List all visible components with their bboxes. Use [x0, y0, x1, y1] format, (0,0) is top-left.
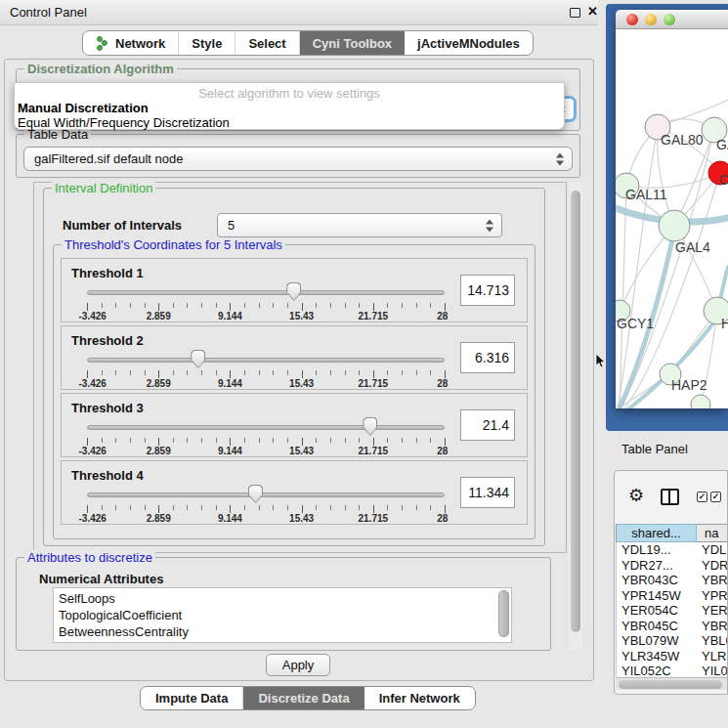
column-header-name[interactable]: na	[697, 524, 727, 542]
table-cell[interactable]: YER054C	[617, 603, 698, 619]
close-traffic-light-icon[interactable]	[626, 14, 638, 25]
list-item[interactable]: SelfLoops	[59, 590, 511, 607]
table-cell[interactable]: YIL052C	[617, 664, 698, 676]
table-row[interactable]: YDR27...YDR2	[617, 558, 727, 574]
threshold-value-field[interactable]: 14.713	[460, 275, 515, 306]
network-window-titlebar[interactable]	[616, 10, 728, 29]
panel-vertical-scrollbar[interactable]	[569, 183, 582, 650]
gear-icon[interactable]: ⚙	[628, 487, 644, 504]
table-row[interactable]: YBR045CYBR0	[617, 619, 727, 634]
table-row[interactable]: YBR043CYBR0	[617, 573, 727, 588]
control-panel-tabs: Network Style Select Cyni Toolbox jActiv…	[82, 30, 534, 56]
tab-infer-network[interactable]: Infer Network	[364, 687, 475, 709]
tab-style[interactable]: Style	[179, 31, 236, 55]
network-view-window: GAL80 GA C GAL11 GAL4 GCY1 H HAP2	[616, 10, 728, 408]
panel-title: Control Panel	[10, 5, 87, 20]
tab-jactivemnodules[interactable]: jActiveMNodules	[405, 31, 533, 55]
threshold-value-field[interactable]: 21.4	[460, 409, 515, 441]
threshold-panel: Threshold 3 -3.4262.8599.14415.4321.7152…	[61, 393, 528, 457]
table-data-combobox[interactable]: galFiltered.sif default node	[23, 147, 573, 171]
table-cell[interactable]: YBR0	[698, 573, 727, 588]
threshold-value-field[interactable]: 6.316	[460, 342, 515, 373]
tick-label: 28	[437, 513, 448, 524]
slider-ticks	[87, 505, 446, 513]
table-cell[interactable]: YBL079W	[617, 633, 698, 649]
tab-network[interactable]: Network	[83, 31, 179, 55]
table-cell[interactable]: YPR145W	[617, 588, 698, 604]
table-row[interactable]: YDL19...YDL1	[617, 542, 727, 558]
threshold-panel: Threshold 2 -3.4262.8599.14415.4321.7152…	[61, 325, 528, 390]
table-row[interactable]: YLR345WYLR3	[617, 649, 727, 664]
split-view-icon[interactable]	[661, 489, 679, 505]
minimize-traffic-light-icon[interactable]	[645, 14, 657, 25]
table-row[interactable]: YER054CYER0	[617, 603, 727, 619]
node	[691, 395, 710, 408]
slider-handle[interactable]	[248, 485, 263, 503]
checkbox-icon[interactable]: ✓	[710, 492, 721, 502]
network-graph	[616, 29, 728, 408]
list-item[interactable]: BetweennessCentrality	[59, 623, 511, 640]
threshold-slider[interactable]: -3.4262.8599.14415.4321.71528	[87, 259, 446, 323]
float-window-icon[interactable]	[570, 8, 580, 18]
table-cell[interactable]: YBR043C	[617, 573, 698, 588]
slider-track[interactable]	[87, 358, 445, 363]
scrollbar-thumb[interactable]	[571, 191, 580, 632]
table-cell[interactable]: YDL19...	[617, 542, 698, 558]
slider-track[interactable]	[87, 290, 445, 295]
slider-handle[interactable]	[363, 417, 377, 436]
table-row[interactable]: YPR145WYPR1	[617, 588, 727, 604]
column-header-shared-name[interactable]: shared...	[616, 524, 697, 542]
table-cell[interactable]: YDL1	[698, 542, 727, 558]
table-horizontal-scrollbar[interactable]	[616, 677, 727, 690]
table-cell[interactable]: YDR27...	[617, 558, 698, 574]
zoom-traffic-light-icon[interactable]	[664, 14, 675, 25]
threshold-slider[interactable]: -3.4262.8599.14415.4321.71528	[87, 394, 446, 458]
tick-label: 21.715	[359, 378, 389, 389]
node-label: GCY1	[617, 316, 654, 331]
table-panel-toolbar: ⚙ ✓ ✓	[615, 471, 727, 524]
threshold-slider[interactable]: -3.4262.8599.14415.4321.71528	[87, 461, 446, 526]
table-cell[interactable]: YIL0	[698, 664, 727, 676]
algorithm-option-manual[interactable]: Manual Discretization	[15, 101, 564, 115]
table-cell[interactable]: YDR2	[698, 558, 727, 574]
table-cell[interactable]: YBR045C	[617, 619, 698, 634]
application-window: Control Panel ✕ Network Style Select Cyn…	[0, 0, 728, 728]
list-scrollbar[interactable]	[498, 590, 509, 640]
threshold-slider[interactable]: -3.4262.8599.14415.4321.71528	[87, 326, 446, 391]
slider-handle[interactable]	[191, 350, 205, 368]
threshold-value-field[interactable]: 11.344	[460, 477, 515, 508]
table-cell[interactable]: YER0	[698, 603, 727, 619]
tab-impute-data[interactable]: Impute Data	[141, 687, 243, 709]
table-row[interactable]: YIL052CYIL0	[617, 664, 727, 676]
algorithm-prompt-item[interactable]: Select algorithm to view settings	[15, 83, 564, 101]
slider-tick-labels: -3.4262.8599.14415.4321.71528	[87, 513, 445, 525]
list-item[interactable]: TopologicalCoefficient	[59, 607, 511, 623]
apply-button[interactable]: Apply	[266, 654, 330, 676]
number-of-intervals-combobox[interactable]: 5	[217, 213, 502, 237]
slider-track[interactable]	[87, 492, 445, 497]
tab-cyni-toolbox[interactable]: Cyni Toolbox	[300, 31, 405, 55]
slider-handle[interactable]	[286, 282, 301, 301]
table-row[interactable]: YBL079WYBL0	[617, 633, 727, 649]
close-icon[interactable]: ✕	[587, 4, 598, 19]
table-cell[interactable]: YPR1	[698, 588, 727, 604]
tick-label: 21.715	[359, 513, 389, 524]
table-cell[interactable]: YLR3	[698, 649, 727, 664]
table-cell[interactable]: YLR345W	[617, 649, 698, 664]
tab-select[interactable]: Select	[236, 31, 299, 55]
algorithm-option-equal-width[interactable]: Equal Width/Frequency Discretization	[15, 115, 564, 130]
tick-label: -3.426	[78, 446, 106, 456]
number-of-intervals-label: Number of Intervals	[63, 218, 182, 233]
slider-track[interactable]	[87, 425, 445, 430]
tick-label: 2.859	[147, 378, 171, 389]
network-canvas[interactable]: GAL80 GA C GAL11 GAL4 GCY1 H HAP2	[616, 29, 728, 408]
table-cell[interactable]: YBL0	[698, 633, 727, 649]
tab-discretize-data[interactable]: Discretize Data	[243, 687, 364, 709]
scrollbar-thumb[interactable]	[619, 680, 722, 689]
table-cell[interactable]: YBR0	[698, 619, 727, 634]
tick-label: 28	[437, 446, 448, 456]
checkbox-icon[interactable]: ✓	[697, 492, 707, 502]
tick-label: 28	[437, 378, 448, 389]
numerical-attributes-list[interactable]: SelfLoopsTopologicalCoefficientBetweenne…	[53, 587, 512, 643]
node-label: GAL4	[675, 239, 710, 255]
